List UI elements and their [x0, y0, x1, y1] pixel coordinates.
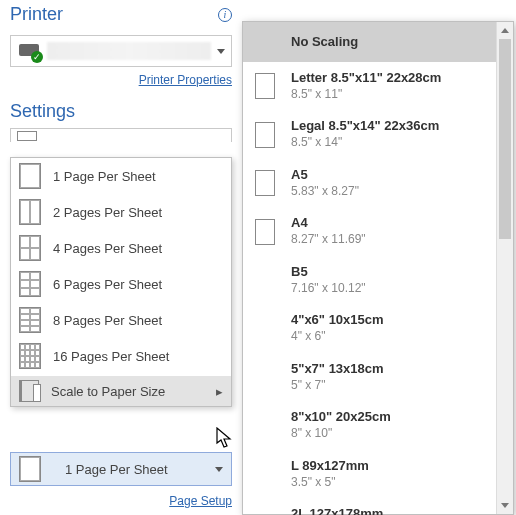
- paper-size-item[interactable]: A48.27" x 11.69": [243, 207, 496, 255]
- paper-size-title: 2L 127x178mm: [291, 506, 383, 515]
- page-grid-icon: [19, 307, 41, 333]
- paper-size-sub: 8" x 10": [291, 426, 391, 442]
- pages-per-sheet-menu: 1 Page Per Sheet2 Pages Per Sheet4 Pages…: [10, 157, 232, 407]
- page-grid-icon: [19, 235, 41, 261]
- scroll-up-button[interactable]: [497, 22, 513, 39]
- scale-icon: [19, 380, 39, 402]
- pages-menu-label: 6 Pages Per Sheet: [53, 277, 223, 292]
- paper-size-sub: 7.16" x 10.12": [291, 281, 366, 297]
- paper-size-sub: 5" x 7": [291, 378, 384, 394]
- paper-swatch-icon: [255, 170, 275, 196]
- print-range-dropdown[interactable]: [10, 128, 232, 142]
- paper-swatch-icon: [255, 122, 275, 148]
- pages-per-sheet-dropdown[interactable]: 1 Page Per Sheet: [10, 452, 232, 486]
- paper-size-title: Letter 8.5"x11" 22x28cm: [291, 70, 441, 87]
- printer-heading: Printer i: [10, 4, 232, 25]
- paper-size-item[interactable]: B57.16" x 10.12": [243, 256, 496, 304]
- paper-size-sub: 4" x 6": [291, 329, 384, 345]
- printer-icon: ✓: [17, 41, 41, 61]
- paper-size-title: 8"x10" 20x25cm: [291, 409, 391, 426]
- paper-swatch-icon: [255, 73, 275, 99]
- page-setup-link[interactable]: Page Setup: [10, 494, 232, 508]
- paper-size-item[interactable]: 2L 127x178mm5" x 7.01": [243, 498, 496, 515]
- scale-to-paper-size[interactable]: Scale to Paper Size▸: [11, 376, 231, 406]
- paper-size-item[interactable]: Legal 8.5"x14" 22x36cm8.5" x 14": [243, 110, 496, 158]
- page-grid-icon: [19, 199, 41, 225]
- paper-size-sub: 3.5" x 5": [291, 475, 369, 491]
- paper-size-title: L 89x127mm: [291, 458, 369, 475]
- chevron-down-icon: [217, 49, 225, 54]
- pages-menu-item[interactable]: 1 Page Per Sheet: [11, 158, 231, 194]
- paper-size-title: 4"x6" 10x15cm: [291, 312, 384, 329]
- pages-menu-label: 4 Pages Per Sheet: [53, 241, 223, 256]
- pages-menu-label: 8 Pages Per Sheet: [53, 313, 223, 328]
- status-check-icon: ✓: [31, 51, 43, 63]
- chevron-down-icon: [215, 467, 223, 472]
- paper-size-no-scaling[interactable]: No Scaling: [243, 22, 496, 62]
- page-grid-icon: [19, 343, 41, 369]
- printer-dropdown[interactable]: ✓: [10, 35, 232, 67]
- paper-size-popup: No Scaling Letter 8.5"x11" 22x28cm8.5" x…: [242, 21, 514, 515]
- paper-size-item[interactable]: A55.83" x 8.27": [243, 159, 496, 207]
- paper-size-title: B5: [291, 264, 366, 281]
- scroll-down-button[interactable]: [497, 497, 513, 514]
- pages-menu-item[interactable]: 4 Pages Per Sheet: [11, 230, 231, 266]
- paper-size-item[interactable]: 5"x7" 13x18cm5" x 7": [243, 353, 496, 401]
- paper-size-item[interactable]: L 89x127mm3.5" x 5": [243, 450, 496, 498]
- paper-size-item[interactable]: 4"x6" 10x15cm4" x 6": [243, 304, 496, 352]
- settings-heading: Settings: [10, 101, 232, 122]
- paper-size-title: A4: [291, 215, 366, 232]
- paper-swatch-icon: [255, 219, 275, 245]
- paper-size-item[interactable]: Letter 8.5"x11" 22x28cm8.5" x 11": [243, 62, 496, 110]
- submenu-arrow-icon: ▸: [216, 384, 223, 399]
- paper-size-sub: 5.83" x 8.27": [291, 184, 359, 200]
- info-icon[interactable]: i: [218, 8, 232, 22]
- scale-label: Scale to Paper Size: [51, 384, 165, 399]
- page-grid-icon: [19, 163, 41, 189]
- pages-menu-item[interactable]: 16 Pages Per Sheet: [11, 338, 231, 374]
- paper-size-title: A5: [291, 167, 359, 184]
- page-icon: [19, 456, 41, 482]
- paper-size-item[interactable]: 8"x10" 20x25cm8" x 10": [243, 401, 496, 449]
- paper-size-title: 5"x7" 13x18cm: [291, 361, 384, 378]
- pages-per-sheet-value: 1 Page Per Sheet: [65, 462, 168, 477]
- pages-menu-item[interactable]: 8 Pages Per Sheet: [11, 302, 231, 338]
- scrollbar[interactable]: [496, 22, 513, 514]
- pages-menu-label: 2 Pages Per Sheet: [53, 205, 223, 220]
- printer-name-redacted: [47, 42, 211, 60]
- paper-size-sub: 8.5" x 11": [291, 87, 441, 103]
- printer-properties-link[interactable]: Printer Properties: [10, 73, 232, 87]
- pages-menu-label: 1 Page Per Sheet: [53, 169, 223, 184]
- pages-menu-label: 16 Pages Per Sheet: [53, 349, 223, 364]
- pages-menu-item[interactable]: 6 Pages Per Sheet: [11, 266, 231, 302]
- page-grid-icon: [19, 271, 41, 297]
- paper-size-title: Legal 8.5"x14" 22x36cm: [291, 118, 439, 135]
- pages-menu-item[interactable]: 2 Pages Per Sheet: [11, 194, 231, 230]
- paper-size-sub: 8.27" x 11.69": [291, 232, 366, 248]
- scroll-thumb[interactable]: [499, 39, 511, 239]
- pages-icon: [17, 131, 37, 141]
- paper-size-sub: 8.5" x 14": [291, 135, 439, 151]
